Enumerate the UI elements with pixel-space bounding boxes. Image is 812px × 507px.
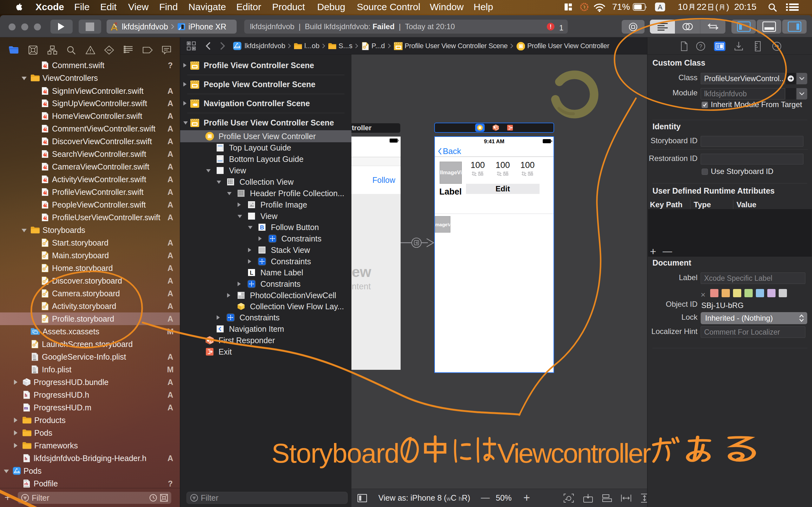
svg-text:h: h	[25, 393, 28, 398]
svg-text:B: B	[260, 224, 264, 231]
svg-text:A: A	[658, 3, 663, 11]
svg-text:1: 1	[210, 340, 212, 343]
svg-text:rb: rb	[24, 482, 28, 486]
svg-text:PLIST: PLIST	[33, 372, 37, 373]
svg-text:m: m	[24, 405, 28, 410]
svg-text:?: ?	[699, 43, 702, 49]
svg-text:PLIST: PLIST	[33, 359, 37, 360]
svg-text:L: L	[250, 270, 253, 276]
svg-text:h: h	[25, 456, 28, 461]
